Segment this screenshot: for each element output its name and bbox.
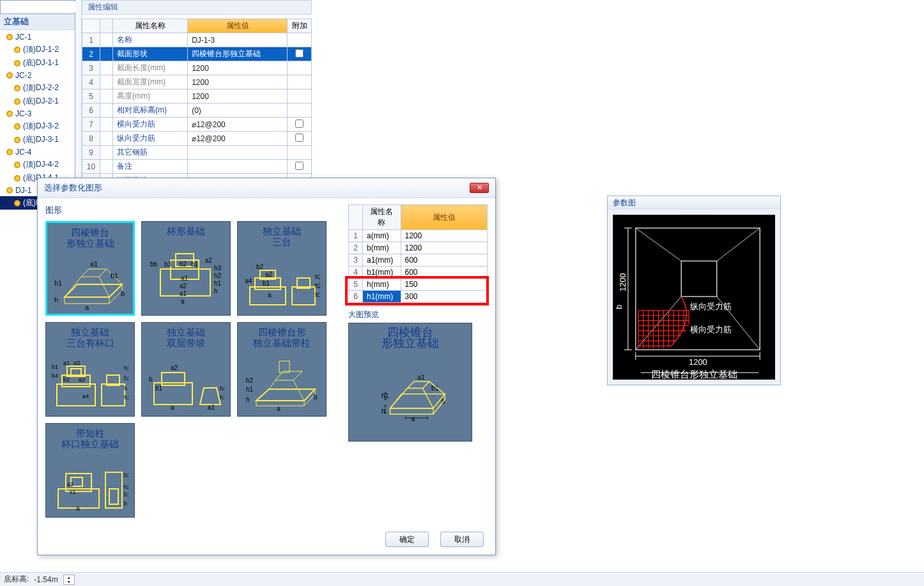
expand-cell (100, 61, 113, 75)
property-row[interactable]: 10备注 (82, 160, 312, 174)
shape-title: 形独立基础 (66, 238, 114, 249)
param-col-name: 属性名称 (363, 205, 401, 230)
svg-text:b1: b1 (52, 364, 58, 370)
cancel-button[interactable]: 取消 (440, 532, 484, 547)
param-value[interactable]: 1200 (401, 242, 488, 254)
property-row[interactable]: 8纵向受力筋⌀12@200 (82, 132, 312, 146)
tree-item[interactable]: JC-1 (0, 31, 75, 43)
prop-value[interactable]: 1200 (188, 75, 288, 89)
param-row[interactable]: 4b1(mm)600 (349, 266, 488, 279)
elevation-spinner[interactable]: ▲▼ (63, 574, 75, 585)
gear-icon (14, 137, 20, 143)
svg-text:h: h (214, 288, 218, 295)
status-bar: 底标高: -1.54m ▲▼ (0, 572, 924, 586)
tree-item[interactable]: (顶)DJ-1-2 (0, 43, 75, 56)
svg-text:b3: b3 (164, 261, 172, 268)
svg-marker-104 (390, 408, 434, 414)
svg-text:a4: a4 (245, 277, 252, 284)
tree-item[interactable]: (底)DJ-3-1 (0, 133, 75, 146)
property-row[interactable]: 6相对底标高(m)(0) (82, 104, 312, 118)
param-value-input[interactable] (405, 292, 484, 301)
svg-text:x2: x2 (67, 481, 73, 488)
prop-value[interactable]: 1200 (188, 61, 288, 75)
tree-item[interactable]: (底)DJ-1-1 (0, 56, 75, 70)
prop-value[interactable]: 1200 (188, 89, 288, 104)
svg-text:h1: h1 (220, 394, 224, 401)
tree-item[interactable]: JC-3 (0, 108, 75, 120)
param-value[interactable]: 1200 (401, 230, 488, 242)
shape-title: 独立基础带柱 (253, 337, 311, 348)
extra-checkbox[interactable] (295, 134, 304, 142)
svg-marker-107 (408, 382, 430, 389)
svg-text:x1: x1 (70, 489, 76, 495)
param-col-value: 属性值 (401, 205, 488, 230)
tree-item[interactable]: (底)DJ-2-1 (0, 95, 75, 108)
prop-value[interactable] (188, 160, 288, 174)
shape-card[interactable]: 独立基础三台有杯口b1b4a1a3b2a2a4h3h2hh1 (45, 322, 135, 417)
svg-rect-79 (279, 361, 289, 373)
svg-text:b: b (149, 376, 153, 383)
param-value[interactable]: 600 (401, 266, 488, 279)
dialog-titlebar[interactable]: 选择参数化图形 ✕ (38, 178, 495, 198)
param-value[interactable]: 600 (401, 254, 488, 266)
tree-item[interactable]: (顶)DJ-3-2 (0, 120, 75, 133)
shape-card[interactable]: 带短柱杯口独立基础x2x1ah3h2h1h (45, 423, 135, 518)
extra-checkbox[interactable] (295, 162, 304, 170)
param-row[interactable]: 5h(mm)150 (349, 279, 488, 291)
param-value[interactable] (401, 291, 488, 303)
svg-text:a2: a2 (265, 271, 273, 278)
dim-b: 1200 (618, 273, 628, 291)
tree-item[interactable]: (顶)DJ-2-2 (0, 81, 75, 95)
shape-card[interactable]: 杯形基础bbb3b2b1a2a1a2a1ah3h2h1h (141, 221, 231, 316)
extra-checkbox[interactable] (295, 49, 304, 58)
prop-value[interactable]: 四棱锥台形独立基础 (188, 47, 288, 61)
property-row[interactable]: 4截面宽度(mm)1200 (82, 75, 312, 89)
tree-item-label: (顶)DJ-2-2 (23, 82, 59, 93)
property-row[interactable]: 5高度(mm)1200 (82, 89, 312, 104)
param-row[interactable]: 2b(mm)1200 (349, 242, 488, 254)
param-value[interactable]: 150 (401, 279, 488, 291)
prop-value[interactable]: ⌀12@200 (188, 118, 288, 132)
svg-marker-64 (200, 388, 220, 405)
svg-text:a: a (85, 304, 89, 310)
shape-card[interactable]: 四棱锥台形独立基础带柱h2h1hab (237, 322, 327, 417)
param-row[interactable]: 3a1(mm)600 (349, 254, 488, 266)
extra-cell (288, 89, 312, 104)
svg-text:h1: h1 (54, 279, 62, 287)
extra-cell (288, 47, 312, 61)
prop-value[interactable]: DJ-1-3 (188, 33, 288, 47)
property-row[interactable]: 7横向受力筋⌀12@200 (82, 118, 312, 132)
property-row[interactable]: 9其它钢筋 (82, 146, 312, 160)
expand-cell (100, 132, 113, 146)
param-row[interactable]: 1a(mm)1200 (349, 230, 488, 242)
prop-value[interactable]: ⌀12@200 (188, 132, 288, 146)
property-row[interactable]: 3截面长度(mm)1200 (82, 61, 312, 75)
svg-text:h2: h2 (220, 385, 224, 392)
tree-item[interactable]: (顶)DJ-4-2 (0, 158, 75, 171)
prop-name: 横向受力筋 (113, 118, 188, 132)
row-number: 8 (82, 132, 100, 146)
gear-icon (6, 187, 13, 194)
status-label: 底标高: (4, 574, 29, 585)
close-button[interactable]: ✕ (470, 183, 489, 193)
prop-name: 纵向受力筋 (113, 132, 188, 146)
tree-item-label: JC-2 (15, 71, 31, 80)
param-row[interactable]: 6h1(mm) (349, 291, 488, 303)
shape-card[interactable]: 独立基础三台a4b2a2b1ah3h2h1 (237, 221, 327, 316)
shape-card[interactable]: 四棱锥台形独立基础a1b1h1hba (45, 221, 135, 316)
svg-rect-89 (109, 489, 118, 504)
gear-icon (6, 111, 13, 117)
svg-text:a: a (268, 291, 272, 298)
prop-value[interactable] (188, 146, 288, 160)
ok-button[interactable]: 确定 (385, 532, 429, 547)
extra-checkbox[interactable] (295, 120, 304, 128)
row-number: 3 (82, 61, 100, 75)
property-row[interactable]: 1名称DJ-1-3 (82, 33, 312, 47)
shape-card[interactable]: 独立基础双层带坡ba2b1aa1h2h1 (141, 322, 231, 417)
prop-value[interactable]: (0) (188, 104, 288, 118)
prop-name: 截面形状 (113, 47, 188, 61)
tree-item[interactable]: JC-4 (0, 146, 75, 158)
tree-item[interactable]: JC-2 (0, 70, 75, 81)
gear-icon (6, 149, 13, 155)
property-row[interactable]: 2截面形状四棱锥台形独立基础 (82, 47, 312, 61)
